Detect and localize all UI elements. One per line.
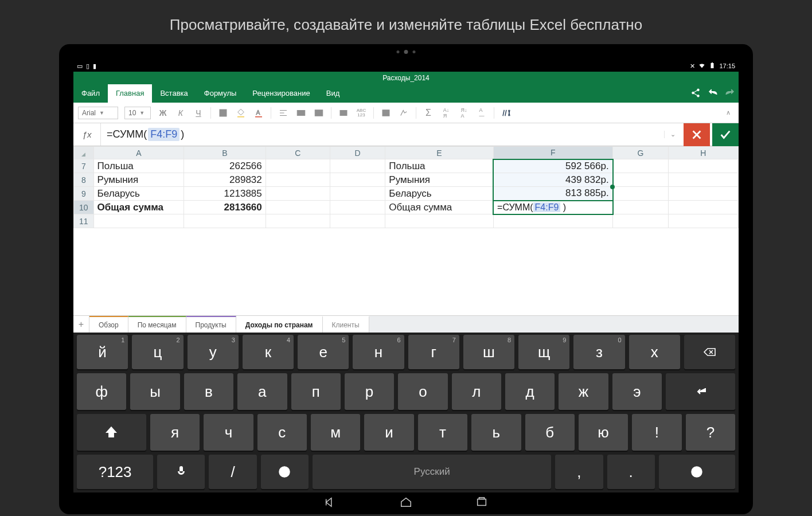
- cell[interactable]: Румыния: [385, 173, 493, 187]
- cell[interactable]: [330, 214, 385, 228]
- align-button[interactable]: [278, 107, 289, 119]
- bold-button[interactable]: Ж: [157, 107, 169, 119]
- key-letter[interactable]: к4: [243, 335, 294, 369]
- cell[interactable]: Общая сумма: [385, 201, 493, 214]
- key-letter[interactable]: е5: [298, 335, 349, 369]
- key-letter[interactable]: б: [525, 414, 575, 451]
- tab-review[interactable]: Рецензирование: [244, 84, 318, 103]
- font-color-button[interactable]: A: [253, 107, 264, 119]
- col-header[interactable]: D: [330, 147, 385, 159]
- key-space[interactable]: Русский: [313, 455, 551, 489]
- add-sheet-button[interactable]: +: [73, 316, 89, 333]
- tab-formulas[interactable]: Формулы: [196, 84, 245, 103]
- cell[interactable]: Беларусь: [385, 187, 493, 201]
- cell[interactable]: [668, 187, 738, 201]
- cell[interactable]: [668, 214, 738, 228]
- key-letter[interactable]: л: [452, 373, 501, 410]
- key-emoji[interactable]: [659, 455, 735, 489]
- key-letter[interactable]: ?: [686, 414, 735, 451]
- tab-home[interactable]: Главная: [108, 84, 152, 103]
- wrap-button[interactable]: [313, 107, 325, 119]
- cell[interactable]: [266, 173, 330, 187]
- redo-icon[interactable]: [725, 88, 735, 100]
- formula-confirm-button[interactable]: [712, 123, 739, 146]
- cell[interactable]: [330, 187, 385, 201]
- col-header[interactable]: E: [385, 147, 493, 159]
- cell[interactable]: [266, 187, 330, 201]
- nav-home-icon[interactable]: [400, 496, 412, 511]
- cell[interactable]: Польша: [385, 159, 493, 173]
- col-header[interactable]: H: [668, 147, 738, 159]
- col-header[interactable]: G: [613, 147, 669, 159]
- key-letter[interactable]: о: [398, 373, 447, 410]
- key-letter[interactable]: ь: [471, 414, 521, 451]
- key-letter[interactable]: ю: [579, 414, 628, 451]
- key-backspace[interactable]: [684, 335, 735, 369]
- cell[interactable]: [668, 201, 738, 214]
- key-letter[interactable]: п: [291, 373, 341, 410]
- cell[interactable]: [613, 187, 669, 201]
- cell[interactable]: [613, 159, 669, 173]
- sheet-tab[interactable]: Доходы по странам: [236, 316, 323, 333]
- key-letter[interactable]: й1: [77, 335, 128, 369]
- key-letter[interactable]: э: [612, 373, 662, 410]
- key-letter[interactable]: ц2: [132, 335, 183, 369]
- filter-button[interactable]: А—: [476, 107, 487, 119]
- border-button[interactable]: [217, 107, 229, 119]
- sort-asc-button[interactable]: А↓Я: [440, 107, 452, 119]
- key-letter[interactable]: и: [364, 414, 413, 451]
- cell[interactable]: [613, 214, 669, 228]
- fill-color-button[interactable]: [235, 107, 247, 119]
- key-letter[interactable]: !: [632, 414, 681, 451]
- cell[interactable]: [330, 173, 385, 187]
- col-header[interactable]: B: [184, 147, 266, 159]
- spreadsheet-grid[interactable]: A B C D E F G H 7 Польша 262566: [73, 146, 739, 315]
- tab-view[interactable]: Вид: [318, 84, 348, 103]
- key-slash[interactable]: /: [209, 455, 256, 489]
- key-letter[interactable]: щ9: [518, 335, 569, 369]
- cell[interactable]: Общая сумма: [93, 201, 184, 214]
- share-icon[interactable]: [690, 88, 701, 100]
- sheet-tab[interactable]: По месяцам: [128, 316, 186, 333]
- col-header[interactable]: C: [266, 147, 330, 159]
- formula-input[interactable]: =СУММ( F4:F9 ): [101, 123, 664, 146]
- cell[interactable]: 813 885р.: [493, 187, 613, 201]
- row-header[interactable]: 7: [74, 159, 94, 173]
- nav-recent-icon[interactable]: [475, 496, 488, 511]
- key-letter[interactable]: н6: [353, 335, 404, 369]
- find-button[interactable]: [501, 107, 512, 119]
- tab-insert[interactable]: Вставка: [152, 84, 196, 103]
- key-symbols[interactable]: ?123: [77, 455, 153, 489]
- key-globe[interactable]: [261, 455, 309, 489]
- cell[interactable]: 262566: [184, 159, 266, 173]
- col-header[interactable]: F: [493, 147, 613, 159]
- tab-file[interactable]: Файл: [73, 84, 108, 103]
- row-header[interactable]: 9: [74, 187, 94, 201]
- autosum-button[interactable]: Σ: [423, 107, 434, 119]
- formula-dropdown[interactable]: ⌄: [664, 131, 681, 138]
- key-letter[interactable]: а: [237, 373, 287, 410]
- nav-back-icon[interactable]: [324, 496, 337, 511]
- font-family-select[interactable]: Arial▼: [78, 107, 118, 119]
- cell[interactable]: 592 566р.: [493, 159, 613, 173]
- cell[interactable]: [93, 214, 184, 228]
- sort-desc-button[interactable]: Я↓А: [458, 107, 470, 119]
- cell[interactable]: Польша: [93, 159, 184, 173]
- cell[interactable]: [613, 201, 669, 214]
- fx-label[interactable]: ƒx: [73, 123, 101, 146]
- cell[interactable]: 289832: [184, 173, 266, 187]
- row-header[interactable]: 8: [74, 173, 94, 187]
- sheet-tab[interactable]: Обзор: [89, 316, 128, 333]
- cell[interactable]: [385, 214, 493, 228]
- key-letter[interactable]: ш8: [463, 335, 514, 369]
- cell[interactable]: [668, 159, 738, 173]
- key-letter[interactable]: р: [345, 373, 394, 410]
- key-period[interactable]: .: [607, 455, 655, 489]
- select-all-corner[interactable]: [74, 147, 94, 159]
- number-format-button[interactable]: ABC123: [356, 107, 367, 119]
- cell[interactable]: Беларусь: [93, 187, 184, 201]
- key-letter[interactable]: в: [184, 373, 233, 410]
- cell[interactable]: Румыния: [93, 173, 184, 187]
- collapse-ribbon-button[interactable]: ∧: [723, 107, 734, 119]
- cell-style-button[interactable]: [398, 107, 409, 119]
